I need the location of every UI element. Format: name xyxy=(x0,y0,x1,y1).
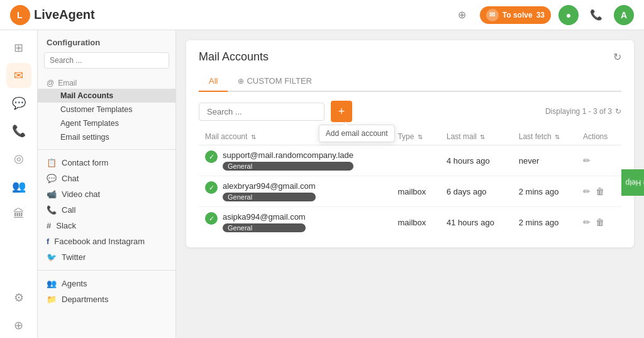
table-row: ✓ alexbryar994@gmail.com General mailbox… xyxy=(199,176,621,207)
sort-lastfetch-icon: ⇅ xyxy=(555,133,560,140)
sidebar-email-settings[interactable]: Email settings xyxy=(38,130,175,144)
rail-chat[interactable]: 💬 xyxy=(6,91,31,116)
displaying-refresh-icon[interactable]: ↻ xyxy=(615,107,621,116)
row-1-last-fetch: never xyxy=(513,145,577,176)
row-1-actions: ✏ xyxy=(577,145,621,176)
rail-settings[interactable]: ⚙ xyxy=(6,285,31,310)
logo-icon: L xyxy=(10,5,30,25)
toolbar: + Add email account Displaying 1 - 3 of … xyxy=(199,101,621,122)
solve-badge[interactable]: ✉ To solve 33 xyxy=(480,6,551,24)
filter-icon: ⊕ xyxy=(238,77,244,86)
refresh-button[interactable]: ↻ xyxy=(613,51,621,63)
email-info: asipka994@gmail.com General xyxy=(223,212,306,232)
edit-icon[interactable]: ✏ xyxy=(583,155,591,166)
add-button-container: + Add email account xyxy=(331,101,352,122)
rail-dashboard[interactable]: ⊞ xyxy=(6,35,31,60)
logo-text: LiveAgent xyxy=(34,8,95,22)
tab-all[interactable]: All xyxy=(199,71,228,92)
solve-count: 33 xyxy=(536,11,545,20)
sidebar-video-chat[interactable]: 📹 Video chat xyxy=(38,186,175,202)
row-3-last-mail: 41 hours ago xyxy=(440,207,513,238)
logo: L LiveAgent xyxy=(10,5,95,25)
status-active-icon: ✓ xyxy=(205,150,218,163)
email-info: alexbryar994@gmail.com General xyxy=(223,181,316,201)
solve-label: To solve xyxy=(502,11,533,20)
logo-agent: Agent xyxy=(59,8,95,21)
email-tag: General xyxy=(223,223,306,232)
col-last-mail: Last mail ⇅ xyxy=(440,128,513,145)
table-head: Mail account ⇅ Type ⇅ Last mail ⇅ Last xyxy=(199,128,621,145)
row-2-actions: ✏ 🗑 xyxy=(577,176,621,207)
row-1-type xyxy=(391,145,440,176)
sidebar-contact-form[interactable]: 📋 Contact form xyxy=(38,155,175,171)
status-active-icon: ✓ xyxy=(205,212,218,225)
content-card: Mail Accounts ↻ All ⊕ CUSTOM FILTER + Ad… xyxy=(186,40,634,247)
row-1-email-cell: ✓ support@mail.randomcompany.lade Genera… xyxy=(199,145,391,176)
sidebar-call[interactable]: 📞 Call xyxy=(38,202,175,218)
twitter-icon: 🐦 xyxy=(47,252,57,262)
topnav-right: ⊕ ✉ To solve 33 ● 📞 A xyxy=(452,5,634,25)
page-title: Mail Accounts xyxy=(199,50,269,64)
sidebar-twitter[interactable]: 🐦 Twitter xyxy=(38,249,175,265)
add-nav-button[interactable]: ⊕ xyxy=(452,5,472,25)
agents-icon: 👥 xyxy=(47,279,57,288)
email-tag: General xyxy=(223,193,316,201)
tab-custom-filter[interactable]: ⊕ CUSTOM FILTER xyxy=(228,71,322,92)
solve-icon: ✉ xyxy=(486,9,499,21)
col-actions: Actions xyxy=(577,128,621,145)
config-search-container xyxy=(38,52,175,75)
table-row: ✓ support@mail.randomcompany.lade Genera… xyxy=(199,145,621,176)
delete-icon[interactable]: 🗑 xyxy=(596,217,604,227)
status-active-icon: ✓ xyxy=(205,181,218,194)
video-icon: 📹 xyxy=(47,189,57,199)
sidebar-facebook[interactable]: f Facebook and Instagram xyxy=(38,234,175,249)
user-avatar[interactable]: A xyxy=(614,5,634,25)
row-2-email-cell: ✓ alexbryar994@gmail.com General xyxy=(199,176,391,207)
email-address: asipka994@gmail.com xyxy=(223,212,306,222)
rail-phone[interactable]: 📞 xyxy=(6,118,31,144)
contact-form-icon: 📋 xyxy=(47,158,57,167)
search-input[interactable] xyxy=(199,103,325,121)
edit-icon[interactable]: ✏ xyxy=(583,186,591,196)
at-icon: @ xyxy=(47,79,54,87)
email-section-label: @ Email xyxy=(38,75,175,89)
sidebar-mail-accounts[interactable]: Mail Accounts xyxy=(38,89,175,103)
delete-icon[interactable]: 🗑 xyxy=(596,186,604,196)
card-header: Mail Accounts ↻ xyxy=(199,50,621,64)
rail-bank[interactable]: 🏛 xyxy=(6,201,31,227)
logo-live: Live xyxy=(34,8,59,21)
email-info: support@mail.randomcompany.lade General xyxy=(223,150,353,171)
row-2-last-fetch: 2 mins ago xyxy=(513,176,577,207)
config-title: Configuration xyxy=(38,38,175,52)
sidebar-agents[interactable]: 👥 Agents xyxy=(38,276,175,291)
email-address: alexbryar994@gmail.com xyxy=(223,181,316,191)
row-2-last-mail: 6 days ago xyxy=(440,176,513,207)
rail-plugin[interactable]: ⊕ xyxy=(6,313,31,338)
displaying-count: Displaying 1 - 3 of 3 ↻ xyxy=(545,107,621,116)
config-search-input[interactable] xyxy=(44,52,169,69)
row-3-type: mailbox xyxy=(391,207,440,238)
live-help-button[interactable]: Get Live Help xyxy=(622,169,644,196)
main-content: Mail Accounts ↻ All ⊕ CUSTOM FILTER + Ad… xyxy=(176,30,644,338)
edit-icon[interactable]: ✏ xyxy=(583,217,591,227)
status-online-button[interactable]: ● xyxy=(558,5,579,25)
phone-nav-button[interactable]: 📞 xyxy=(586,5,606,25)
add-email-button[interactable]: + xyxy=(331,101,352,122)
rail-email[interactable]: ✉ xyxy=(6,63,31,88)
add-icon: + xyxy=(338,105,345,118)
sidebar-departments[interactable]: 📁 Departments xyxy=(38,291,175,307)
row-3-email-cell: ✓ asipka994@gmail.com General xyxy=(199,207,391,238)
sidebar-customer-templates[interactable]: Customer Templates xyxy=(38,103,175,116)
slack-icon: # xyxy=(47,221,51,230)
sidebar-agent-templates[interactable]: Agent Templates xyxy=(38,116,175,130)
sidebar-chat[interactable]: 💬 Chat xyxy=(38,171,175,186)
row-3-last-fetch: 2 mins ago xyxy=(513,207,577,238)
sidebar-slack[interactable]: # Slack xyxy=(38,218,175,234)
svg-text:L: L xyxy=(17,10,23,20)
rail-reports[interactable]: ◎ xyxy=(6,146,31,171)
facebook-icon: f xyxy=(47,237,49,246)
row-2-type: mailbox xyxy=(391,176,440,207)
rail-contacts[interactable]: 👥 xyxy=(6,174,31,199)
config-sidebar: Configuration @ Email Mail Accounts Cust… xyxy=(38,30,176,338)
departments-icon: 📁 xyxy=(47,295,57,304)
